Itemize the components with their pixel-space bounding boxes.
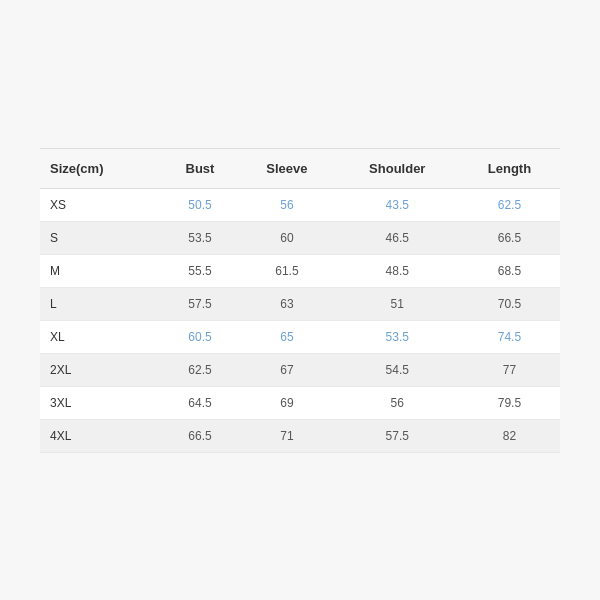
cell-bust: 60.5 [162, 320, 238, 353]
cell-length: 74.5 [459, 320, 560, 353]
table-row: XL60.56553.574.5 [40, 320, 560, 353]
cell-bust: 50.5 [162, 188, 238, 221]
cell-length: 82 [459, 419, 560, 452]
cell-size: 2XL [40, 353, 162, 386]
header-size: Size(cm) [40, 148, 162, 188]
header-shoulder: Shoulder [336, 148, 459, 188]
cell-bust: 53.5 [162, 221, 238, 254]
cell-sleeve: 56 [238, 188, 335, 221]
cell-bust: 55.5 [162, 254, 238, 287]
table-body: XS50.55643.562.5S53.56046.566.5M55.561.5… [40, 188, 560, 452]
cell-sleeve: 65 [238, 320, 335, 353]
cell-bust: 62.5 [162, 353, 238, 386]
table-row: 2XL62.56754.577 [40, 353, 560, 386]
cell-size: M [40, 254, 162, 287]
cell-shoulder: 54.5 [336, 353, 459, 386]
table-row: L57.5635170.5 [40, 287, 560, 320]
cell-size: XL [40, 320, 162, 353]
table-row: 3XL64.5695679.5 [40, 386, 560, 419]
cell-bust: 57.5 [162, 287, 238, 320]
cell-length: 66.5 [459, 221, 560, 254]
cell-size: 3XL [40, 386, 162, 419]
cell-shoulder: 46.5 [336, 221, 459, 254]
table-row: 4XL66.57157.582 [40, 419, 560, 452]
table-row: S53.56046.566.5 [40, 221, 560, 254]
cell-size: L [40, 287, 162, 320]
cell-shoulder: 53.5 [336, 320, 459, 353]
cell-bust: 66.5 [162, 419, 238, 452]
cell-sleeve: 67 [238, 353, 335, 386]
cell-shoulder: 51 [336, 287, 459, 320]
cell-sleeve: 63 [238, 287, 335, 320]
cell-shoulder: 56 [336, 386, 459, 419]
cell-sleeve: 60 [238, 221, 335, 254]
cell-sleeve: 69 [238, 386, 335, 419]
size-chart-container: Size(cm) Bust Sleeve Shoulder Length XS5… [20, 128, 580, 473]
header-bust: Bust [162, 148, 238, 188]
size-chart-table: Size(cm) Bust Sleeve Shoulder Length XS5… [40, 148, 560, 453]
cell-shoulder: 57.5 [336, 419, 459, 452]
cell-length: 70.5 [459, 287, 560, 320]
cell-length: 68.5 [459, 254, 560, 287]
cell-sleeve: 71 [238, 419, 335, 452]
cell-length: 79.5 [459, 386, 560, 419]
cell-size: 4XL [40, 419, 162, 452]
table-row: M55.561.548.568.5 [40, 254, 560, 287]
cell-size: XS [40, 188, 162, 221]
table-row: XS50.55643.562.5 [40, 188, 560, 221]
cell-sleeve: 61.5 [238, 254, 335, 287]
header-length: Length [459, 148, 560, 188]
table-header-row: Size(cm) Bust Sleeve Shoulder Length [40, 148, 560, 188]
cell-length: 62.5 [459, 188, 560, 221]
header-sleeve: Sleeve [238, 148, 335, 188]
cell-shoulder: 43.5 [336, 188, 459, 221]
cell-bust: 64.5 [162, 386, 238, 419]
cell-shoulder: 48.5 [336, 254, 459, 287]
cell-size: S [40, 221, 162, 254]
cell-length: 77 [459, 353, 560, 386]
